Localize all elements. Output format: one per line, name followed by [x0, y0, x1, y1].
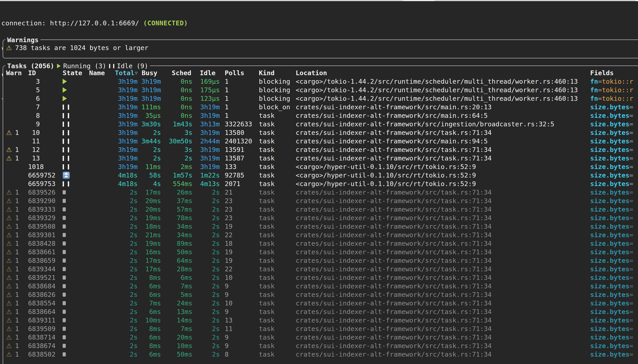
- task-row[interactable]: ⚠ 1 13 3h19m 2s 2s 3h19m 13587 task crat…: [6, 154, 638, 162]
- column-header-sched[interactable]: Sched: [161, 69, 192, 77]
- busy-duration: 16ms: [138, 248, 161, 256]
- warn-cell: ⚠ 1: [6, 273, 28, 282]
- state-cell: [56, 86, 87, 94]
- state-cell: [56, 342, 87, 350]
- f-key: size.bytes: [590, 299, 630, 308]
- task-row[interactable]: 6659752 4m18s 58s 1m57s 1m22s 92785 task…: [6, 171, 638, 180]
- task-row[interactable]: ⚠ 1 10 3h19m 2s 3s 3h19m 13580 task crat…: [6, 128, 638, 137]
- idle-duration: 3h19m: [192, 103, 220, 111]
- task-fields: size.bytes=: [590, 180, 638, 188]
- f-key: size.bytes: [590, 137, 630, 146]
- task-row[interactable]: ⚠ 1 6838714 2s 6ms 20ms 2s 9 task crates…: [6, 333, 638, 342]
- warning-icon: ⚠: [6, 128, 12, 137]
- task-kind: task: [254, 154, 294, 162]
- total-duration: 3h19m: [112, 154, 138, 162]
- busy-duration: 19ms: [138, 239, 161, 248]
- task-row[interactable]: ⚠ 1 6839290 2s 20ms 37ms 2s 23 task crat…: [6, 196, 638, 205]
- polls-count: 9: [220, 333, 254, 342]
- column-header-polls[interactable]: Polls: [220, 69, 254, 77]
- task-row[interactable]: 6659753 4m18s 4s 554ms 4m13s 2071 task <…: [6, 180, 638, 188]
- task-row[interactable]: ⚠ 1 6839301 2s 21ms 34ms 2s 22 task crat…: [6, 231, 638, 239]
- task-location: crates/sui-indexer-alt-framework/src/tas…: [294, 188, 590, 196]
- f-key: size.bytes: [590, 342, 630, 350]
- task-row[interactable]: ⚠ 1 6839333 2s 20ms 57ms 2s 23 task crat…: [6, 205, 638, 214]
- idle-duration: 169µs: [192, 77, 220, 86]
- task-row[interactable]: 6 3h19m 3h19m 0ns 123µs 1 blocking <carg…: [6, 94, 638, 103]
- f-key: fn: [590, 77, 598, 86]
- sched-duration: 0ns: [161, 103, 192, 111]
- polls-count: 23: [220, 214, 254, 222]
- task-id: 6838428: [28, 239, 56, 248]
- f-eq: =: [630, 214, 633, 222]
- column-header-kind[interactable]: Kind: [254, 69, 294, 77]
- polls-count: 9: [220, 342, 254, 350]
- polls-count: 23: [220, 196, 254, 205]
- task-row[interactable]: ⚠ 1 6839521 2s 8ms 6ms 2s 10 task crates…: [6, 273, 638, 282]
- f-key: size.bytes: [590, 154, 630, 162]
- task-name: [87, 171, 112, 180]
- task-row[interactable]: 9 3h19m 3m30s 1m43s 3h13m 3322633 task c…: [6, 120, 638, 128]
- f-key: size.bytes: [590, 146, 630, 154]
- task-rows-container: 3 3h19m 3h19m 0ns 169µs 1 blocking <carg…: [6, 77, 638, 358]
- busy-duration: 21ms: [138, 231, 161, 239]
- task-row[interactable]: ⚠ 1 12 3h19m 2s 3s 3h19m 13591 task crat…: [6, 146, 638, 154]
- column-header-fields[interactable]: Fields: [590, 69, 638, 77]
- sched-duration: 2s: [161, 154, 192, 162]
- idle-duration: 3h19m: [192, 154, 220, 162]
- task-row[interactable]: ⚠ 1 6838664 2s 6ms 13ms 2s 9 task crates…: [6, 308, 638, 316]
- task-location: crates/sui-indexer-alt-framework/src/mai…: [294, 137, 590, 146]
- state-cell: [56, 256, 87, 265]
- task-kind: task: [254, 205, 294, 214]
- task-id: 1018: [28, 162, 56, 171]
- state-done-icon: [63, 216, 66, 220]
- polls-count: 22: [220, 265, 254, 273]
- task-row[interactable]: ⚠ 1 6839508 2s 18ms 34ms 2s 19 task crat…: [6, 222, 638, 231]
- task-row[interactable]: ⚠ 1 6839329 2s 19ms 78ms 2s 23 task crat…: [6, 214, 638, 222]
- task-row[interactable]: ⚠ 1 6838554 2s 7ms 24ms 2s 10 task crate…: [6, 299, 638, 308]
- state-done-icon: [63, 190, 66, 194]
- warn-cell: ⚠ 1: [6, 196, 28, 205]
- f-key: size.bytes: [590, 214, 630, 222]
- column-header-location[interactable]: Location: [294, 69, 590, 77]
- sched-duration: 2ms: [161, 162, 192, 171]
- task-name: [87, 120, 112, 128]
- warning-icon: ⚠: [6, 188, 12, 196]
- task-row[interactable]: ⚠ 1 6838659 2s 17ms 64ms 2s 19 task crat…: [6, 256, 638, 265]
- task-row[interactable]: 5 3h19m 3h19m 0ns 175µs 1 blocking <carg…: [6, 86, 638, 94]
- task-id: 6839521: [28, 273, 56, 282]
- state-cell: [56, 120, 87, 128]
- busy-duration: 7ms: [138, 299, 161, 308]
- task-fields: fn=tokio::r: [590, 77, 638, 86]
- task-row[interactable]: 1018 3h19m 11ms 2ms 3h19m 133 task <carg…: [6, 162, 638, 171]
- task-location: crates/sui-indexer-alt-framework/src/tas…: [294, 299, 590, 308]
- task-row[interactable]: ⚠ 1 6839311 2s 10ms 14ms 2s 13 task crat…: [6, 316, 638, 324]
- tasks-panel: Tasks (2056) Running (3) Idle (9) Warn I…: [3, 66, 638, 364]
- task-row[interactable]: ⚠ 1 6838661 2s 16ms 50ms 2s 19 task crat…: [6, 248, 638, 256]
- state-done-icon: [63, 199, 66, 203]
- task-row[interactable]: ⚠ 1 6838684 2s 6ms 7ms 2s 9 task crates/…: [6, 282, 638, 290]
- f-key: size.bytes: [590, 111, 630, 120]
- task-row[interactable]: 8 3h19m 35µs 0ns 3h19m 1 task crates/sui…: [6, 111, 638, 120]
- idle-duration: 3h19m: [192, 128, 220, 137]
- polls-count: 10: [220, 299, 254, 308]
- busy-duration: 17ms: [138, 265, 161, 273]
- idle-duration: 2h44m: [192, 137, 220, 146]
- task-row[interactable]: 3 3h19m 3h19m 0ns 169µs 1 blocking <carg…: [6, 77, 638, 86]
- task-row[interactable]: ⚠ 1 6839509 2s 8ms 7ms 2s 11 task crates…: [6, 324, 638, 333]
- task-kind: task: [254, 239, 294, 248]
- task-row[interactable]: ⚠ 1 6838502 2s 6ms 50ms 2s 8 task crates…: [6, 350, 638, 358]
- task-location: crates/sui-indexer-alt-framework/src/tas…: [294, 239, 590, 248]
- task-row[interactable]: 7 3h19m 111ms 0ns 3h19m 1 block_on crate…: [6, 103, 638, 111]
- task-row[interactable]: ⚠ 1 6839344 2s 17ms 28ms 2s 22 task crat…: [6, 265, 638, 273]
- task-row[interactable]: 11 3h19m 3m44s 30m50s 2h44m 2401320 task…: [6, 137, 638, 146]
- task-row[interactable]: ⚠ 1 6838626 2s 6ms 5ms 2s 9 task crates/…: [6, 290, 638, 299]
- column-header-idle[interactable]: Idle: [192, 69, 220, 77]
- warn-cell: ⚠ 1: [6, 350, 28, 358]
- task-row[interactable]: ⚠ 1 6838674 2s 8ms 10ms 2s 9 task crates…: [6, 342, 638, 350]
- task-row[interactable]: ⚠ 1 6839526 2s 17ms 26ms 2s 21 task crat…: [6, 188, 638, 196]
- f-eq: =: [630, 103, 633, 111]
- busy-duration: 3m44s: [138, 137, 161, 146]
- task-row[interactable]: ⚠ 1 6838428 2s 19ms 89ms 2s 18 task crat…: [6, 239, 638, 248]
- warn-count: 1: [15, 282, 19, 290]
- f-key: size.bytes: [590, 231, 630, 239]
